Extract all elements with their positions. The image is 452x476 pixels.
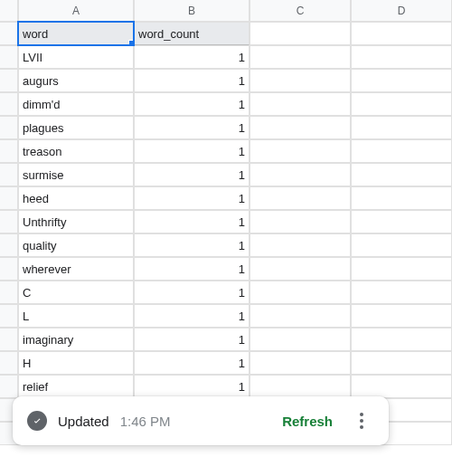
cell-word[interactable]: surmise <box>18 163 134 186</box>
data-rows: LVII1augurs1dimm'd1plagues1treason1surmi… <box>0 45 452 445</box>
cell-empty[interactable] <box>250 139 351 163</box>
select-all-corner[interactable] <box>0 0 18 22</box>
refresh-button[interactable]: Refresh <box>282 414 333 429</box>
cell-word[interactable]: C <box>18 281 134 304</box>
cell-empty[interactable] <box>351 375 452 398</box>
cell-empty[interactable] <box>351 351 452 375</box>
cell-empty[interactable] <box>351 257 452 281</box>
cell-d1[interactable] <box>351 22 452 45</box>
check-icon <box>27 411 47 431</box>
cell-word[interactable]: plagues <box>18 116 134 139</box>
cell-empty[interactable] <box>351 69 452 92</box>
cell-count[interactable]: 1 <box>134 233 250 257</box>
cell-word[interactable]: LVII <box>18 45 134 69</box>
cell-empty[interactable] <box>250 186 351 210</box>
cell-a1[interactable]: word <box>18 22 134 45</box>
row-header[interactable] <box>0 163 18 186</box>
cell-count[interactable]: 1 <box>134 186 250 210</box>
cell-word[interactable]: Unthrifty <box>18 210 134 233</box>
cell-empty[interactable] <box>250 210 351 233</box>
row-header[interactable] <box>0 69 18 92</box>
cell-word[interactable]: imaginary <box>18 328 134 351</box>
row-header[interactable] <box>0 22 18 45</box>
row-header[interactable] <box>0 210 18 233</box>
cell-word[interactable]: dimm'd <box>18 92 134 116</box>
col-header-a[interactable]: A <box>18 0 134 22</box>
cell-empty[interactable] <box>351 116 452 139</box>
row-header[interactable] <box>0 351 18 375</box>
cell-empty[interactable] <box>250 69 351 92</box>
row-header[interactable] <box>0 139 18 163</box>
cell-empty[interactable] <box>351 328 452 351</box>
cell-empty[interactable] <box>351 304 452 328</box>
toast-status-text: Updated <box>58 414 109 429</box>
cell-count[interactable]: 1 <box>134 45 250 69</box>
row-header[interactable] <box>0 116 18 139</box>
cell-empty[interactable] <box>351 281 452 304</box>
row-header[interactable] <box>0 328 18 351</box>
row-header[interactable] <box>0 186 18 210</box>
cell-count[interactable]: 1 <box>134 69 250 92</box>
cell-empty[interactable] <box>351 210 452 233</box>
cell-count[interactable]: 1 <box>134 139 250 163</box>
spreadsheet-grid[interactable]: A B C D word word_count <box>0 0 452 45</box>
cell-word[interactable]: relief <box>18 375 134 398</box>
cell-count[interactable]: 1 <box>134 328 250 351</box>
cell-count[interactable]: 1 <box>134 304 250 328</box>
cell-count[interactable]: 1 <box>134 92 250 116</box>
cell-c1[interactable] <box>250 22 351 45</box>
cell-word[interactable]: quality <box>18 233 134 257</box>
cell-word[interactable]: H <box>18 351 134 375</box>
cell-empty[interactable] <box>250 328 351 351</box>
cell-empty[interactable] <box>351 186 452 210</box>
cell-count[interactable]: 1 <box>134 257 250 281</box>
row-header[interactable] <box>0 304 18 328</box>
cell-word[interactable]: treason <box>18 139 134 163</box>
cell-empty[interactable] <box>250 351 351 375</box>
cell-empty[interactable] <box>351 139 452 163</box>
status-toast: Updated 1:46 PM Refresh <box>13 396 389 445</box>
col-header-d[interactable]: D <box>351 0 452 22</box>
cell-empty[interactable] <box>351 92 452 116</box>
cell-word[interactable]: L <box>18 304 134 328</box>
cell-count[interactable]: 1 <box>134 116 250 139</box>
row-header[interactable] <box>0 92 18 116</box>
cell-empty[interactable] <box>250 45 351 69</box>
cell-empty[interactable] <box>250 304 351 328</box>
row-header[interactable] <box>0 233 18 257</box>
row-header[interactable] <box>0 375 18 398</box>
cell-b1[interactable]: word_count <box>134 22 250 45</box>
cell-word[interactable]: wherever <box>18 257 134 281</box>
cell-word[interactable]: augurs <box>18 69 134 92</box>
cell-empty[interactable] <box>250 281 351 304</box>
cell-empty[interactable] <box>250 257 351 281</box>
row-header[interactable] <box>0 45 18 69</box>
cell-empty[interactable] <box>351 45 452 69</box>
row-header[interactable] <box>0 257 18 281</box>
toast-time-text: 1:46 PM <box>120 414 171 429</box>
cell-count[interactable]: 1 <box>134 351 250 375</box>
more-options-button[interactable] <box>349 408 374 433</box>
col-header-b[interactable]: B <box>134 0 250 22</box>
cell-count[interactable]: 1 <box>134 163 250 186</box>
cell-count[interactable]: 1 <box>134 281 250 304</box>
cell-count[interactable]: 1 <box>134 375 250 398</box>
cell-empty[interactable] <box>250 92 351 116</box>
cell-empty[interactable] <box>250 163 351 186</box>
col-header-c[interactable]: C <box>250 0 351 22</box>
cell-count[interactable]: 1 <box>134 210 250 233</box>
cell-empty[interactable] <box>351 163 452 186</box>
row-header[interactable] <box>0 281 18 304</box>
cell-word[interactable]: heed <box>18 186 134 210</box>
cell-empty[interactable] <box>250 375 351 398</box>
cell-empty[interactable] <box>351 233 452 257</box>
cell-empty[interactable] <box>250 116 351 139</box>
cell-empty[interactable] <box>250 233 351 257</box>
